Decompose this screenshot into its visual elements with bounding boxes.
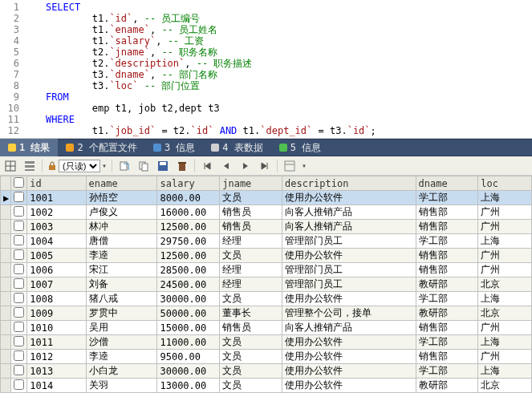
cell-dname[interactable]: 学工部 [416,335,478,350]
row-checkbox[interactable] [11,364,27,379]
table-row[interactable]: 1014关羽13000.00文员使用办公软件教研部北京 [1,379,532,393]
cell-dname[interactable]: 销售部 [416,205,478,220]
cell-ename[interactable]: 李逵 [86,350,157,364]
readonly-mode[interactable]: (只读) ▾ [47,160,107,172]
cell-description[interactable]: 使用办公软件 [282,364,416,379]
cell-description[interactable]: 管理部门员工 [282,277,416,292]
cell-description[interactable]: 使用办公软件 [282,379,416,393]
cell-dname[interactable]: 学工部 [416,292,478,306]
cell-jname[interactable]: 销售员 [220,205,282,220]
cell-id[interactable]: 1013 [27,364,86,379]
cell-jname[interactable]: 经理 [220,234,282,249]
cell-dname[interactable]: 销售部 [416,220,478,234]
first-icon[interactable] [200,159,214,173]
cell-description[interactable]: 管理部门员工 [282,234,416,249]
cell-loc[interactable]: 广州 [478,249,532,263]
next-icon[interactable] [238,159,253,173]
cell-ename[interactable]: 林冲 [86,220,157,234]
copy-icon[interactable] [136,159,151,173]
cell-ename[interactable]: 刘备 [86,277,157,292]
cell-id[interactable]: 1001 [27,191,86,205]
code-area[interactable]: SELECT t1.`id`, -- 员工编号 t1.`ename`, -- 员… [22,0,532,138]
table-row[interactable]: 1012李逵9500.00文员使用办公软件销售部广州 [1,350,532,364]
cell-description[interactable]: 使用办公软件 [282,350,416,364]
cell-dname[interactable]: 销售部 [416,321,478,335]
cell-ename[interactable]: 孙悟空 [86,191,157,205]
cell-jname[interactable]: 经理 [220,277,282,292]
cell-id[interactable]: 1005 [27,249,86,263]
cell-jname[interactable]: 文员 [220,249,282,263]
cell-salary[interactable]: 13000.00 [157,379,220,393]
cell-id[interactable]: 1004 [27,234,86,249]
cell-salary[interactable]: 15000.00 [157,321,220,335]
cell-ename[interactable]: 沙僧 [86,335,157,350]
table-row[interactable]: 1011沙僧11000.00文员使用办公软件学工部上海 [1,335,532,350]
cell-id[interactable]: 1012 [27,350,86,364]
cell-jname[interactable]: 文员 [220,379,282,393]
cell-jname[interactable]: 文员 [220,364,282,379]
grid-view-icon[interactable] [3,159,18,173]
cell-description[interactable]: 管理整个公司，接单 [282,306,416,321]
table-row[interactable]: ▶1001孙悟空8000.00文员使用办公软件学工部上海 [1,191,532,205]
col-loc[interactable]: loc [478,176,532,191]
cell-ename[interactable]: 关羽 [86,379,157,393]
table-row[interactable]: 1005李逵12500.00文员使用办公软件销售部广州 [1,249,532,263]
form-view-icon[interactable] [22,159,37,173]
cell-dname[interactable]: 学工部 [416,191,478,205]
cell-loc[interactable]: 广州 [478,263,532,277]
cell-loc[interactable]: 上海 [478,292,532,306]
row-checkbox[interactable] [11,234,27,249]
cell-id[interactable]: 1007 [27,277,86,292]
table-row[interactable]: 1003林冲12500.00销售员向客人推销产品销售部广州 [1,220,532,234]
cell-salary[interactable]: 12500.00 [157,249,220,263]
cell-ename[interactable]: 唐僧 [86,234,157,249]
cell-salary[interactable]: 30000.00 [157,292,220,306]
sql-editor[interactable]: 123456789101112 SELECT t1.`id`, -- 员工编号 … [0,0,532,139]
row-checkbox[interactable] [11,379,27,393]
cell-dname[interactable]: 教研部 [416,379,478,393]
cell-salary[interactable]: 24500.00 [157,277,220,292]
table-row[interactable]: 1007刘备24500.00经理管理部门员工教研部北京 [1,277,532,292]
cell-jname[interactable]: 文员 [220,335,282,350]
tab-1结果[interactable]: 1 结果 [0,139,58,156]
cell-loc[interactable]: 广州 [478,321,532,335]
cell-salary[interactable]: 28500.00 [157,263,220,277]
readonly-select[interactable]: (只读) [59,160,100,172]
cell-id[interactable]: 1009 [27,306,86,321]
save-icon[interactable] [156,159,170,173]
cell-id[interactable]: 1008 [27,292,86,306]
cell-ename[interactable]: 吴用 [86,321,157,335]
cell-jname[interactable]: 销售员 [220,220,282,234]
cell-id[interactable]: 1014 [27,379,86,393]
table-row[interactable]: 1010吴用15000.00销售员向客人推销产品销售部广州 [1,321,532,335]
cell-description[interactable]: 使用办公软件 [282,292,416,306]
cell-id[interactable]: 1003 [27,220,86,234]
tab-2个配置文件[interactable]: 2 个配置文件 [58,139,144,156]
cell-ename[interactable]: 罗贯中 [86,306,157,321]
cell-loc[interactable]: 广州 [478,205,532,220]
row-checkbox[interactable] [11,249,27,263]
cell-description[interactable]: 管理部门员工 [282,263,416,277]
cell-salary[interactable]: 12500.00 [157,220,220,234]
cell-description[interactable]: 向客人推销产品 [282,205,416,220]
cell-description[interactable]: 使用办公软件 [282,249,416,263]
tab-3信息[interactable]: 3 信息 [145,139,203,156]
cell-ename[interactable]: 宋江 [86,263,157,277]
cell-id[interactable]: 1010 [27,321,86,335]
col-description[interactable]: description [282,176,416,191]
col-id[interactable]: id [27,176,86,191]
row-checkbox[interactable] [11,306,27,321]
cell-id[interactable]: 1002 [27,205,86,220]
col-salary[interactable]: salary [157,176,220,191]
cell-dname[interactable]: 销售部 [416,263,478,277]
cell-jname[interactable]: 经理 [220,263,282,277]
cell-dname[interactable]: 教研部 [416,306,478,321]
export-icon[interactable] [117,159,132,173]
row-checkbox[interactable] [11,220,27,234]
cell-dname[interactable]: 销售部 [416,350,478,364]
cell-loc[interactable]: 上海 [478,191,532,205]
cell-loc[interactable]: 广州 [478,220,532,234]
cell-id[interactable]: 1006 [27,263,86,277]
cell-description[interactable]: 使用办公软件 [282,335,416,350]
col-jname[interactable]: jname [220,176,282,191]
